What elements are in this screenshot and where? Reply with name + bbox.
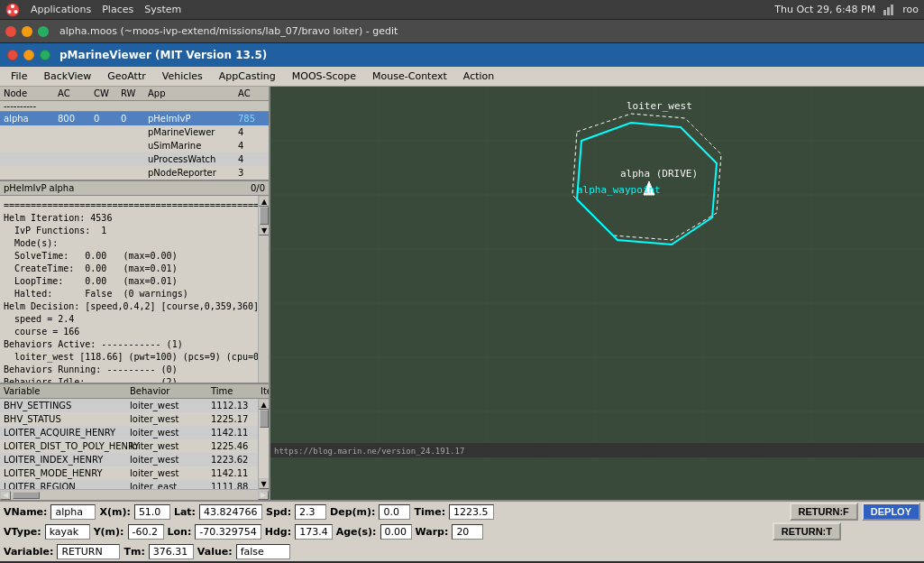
app-title-text: pMarineViewer (MIT Version 13.5) [59, 49, 267, 61]
return-f-button[interactable]: RETURN:F [790, 503, 858, 521]
window-maximize-btn[interactable] [38, 26, 49, 37]
window-minimize-btn[interactable] [22, 26, 32, 37]
app-title-bar: pMarineViewer (MIT Version 13.5) [0, 43, 924, 67]
vname-value: alpha [50, 504, 96, 520]
var-row-loiter-mode[interactable]: LOITER_MODE_HENRY loiter_west 1142.11 42… [0, 466, 258, 480]
node-name: alpha [2, 113, 56, 125]
var-scroll-up[interactable]: ▲ [259, 399, 270, 410]
var-row-bhv-status[interactable]: BHV_STATUS loiter_west 1225.17 4514 no [0, 412, 258, 426]
age-label: Age(s): [336, 526, 377, 538]
app-close-btn[interactable] [7, 50, 18, 60]
app-list-table: Node AC CW RW App AC CW RW ---------- [0, 87, 269, 181]
info-scroll-thumb[interactable] [260, 207, 269, 225]
warp-label: Warp: [416, 526, 449, 538]
app-pmarineviewer: pMarineViewer [146, 126, 236, 138]
var-col-iter: Iter [259, 385, 269, 397]
var-row-loiter-acquire[interactable]: LOITER_ACQUIRE_HENRY loiter_west 1142.11… [0, 426, 258, 439]
svg-rect-5 [887, 7, 890, 15]
h-scroll-thumb[interactable] [13, 492, 40, 499]
menu-geoattr[interactable]: GeoAttr [100, 69, 153, 84]
time-value: 1223.5 [449, 504, 494, 520]
menu-backview[interactable]: BackView [36, 69, 98, 84]
window-close-btn[interactable] [5, 26, 16, 37]
info-line-13: Behaviors Running: --------- (0) [4, 364, 254, 376]
menu-vehicles[interactable]: Vehicles [155, 69, 210, 84]
h-scroll-left[interactable]: ◀ [0, 491, 11, 500]
status-row-3: Variable: RETURN Tm: 376.31 Value: false [0, 541, 924, 561]
vname-label: VName: [4, 506, 47, 518]
app-window: pMarineViewer (MIT Version 13.5) File Ba… [0, 43, 924, 561]
lat-label: Lat: [174, 506, 196, 518]
info-scroll-track[interactable] [259, 207, 269, 225]
info-line-10: course = 166 [4, 326, 254, 338]
var-table-header: Variable Behavior Time Iter Va [0, 384, 269, 399]
applications-menu[interactable]: Applications [31, 4, 91, 15]
info-line-3: Mode(s): [4, 237, 254, 250]
var-row-loiter-dist[interactable]: LOITER_DIST_TO_POLY_HENRY loiter_west 12… [0, 439, 258, 453]
svg-rect-4 [883, 10, 886, 15]
network-icon [883, 4, 895, 16]
var-scroll-track[interactable] [259, 410, 269, 478]
col-app: App [146, 88, 236, 99]
node-ac: 800 [56, 113, 92, 125]
app-row-pnodereporter[interactable]: pNodeReporter 3 0 0 [0, 166, 269, 180]
app-row-usimmarine[interactable]: uSimMarine 4 0 0 [0, 139, 269, 152]
var-scroll-down[interactable]: ▼ [259, 478, 270, 489]
scroll-down-arrow[interactable]: ▼ [259, 225, 269, 235]
horizontal-scrollbar[interactable]: ◀ ▶ [0, 489, 269, 500]
app-row-uprocesswatch[interactable]: uProcessWatch 4 0 0 [0, 152, 269, 166]
info-line-11: Behaviors Active: ----------- (1) [4, 338, 254, 351]
tm-value: 376.31 [149, 544, 194, 559]
y-value: -60.2 [128, 524, 164, 540]
status-row-2: VType: kayak Y(m): -60.2 Lon: -70.329754… [0, 521, 924, 541]
value-value: false [236, 544, 290, 559]
dep-value: 0.0 [379, 504, 410, 520]
var-scrollbar[interactable]: ▲ ▼ [258, 399, 269, 489]
info-header-right: 0/0 [251, 183, 265, 193]
svg-point-2 [8, 10, 12, 14]
info-text-area: ========================================… [0, 196, 258, 383]
places-menu[interactable]: Places [102, 4, 133, 15]
svg-rect-6 [891, 5, 893, 15]
x-value: 51.0 [134, 504, 170, 520]
app-row-pmarineviewer[interactable]: pMarineViewer 4 0 0 [0, 125, 269, 139]
node-row-alpha[interactable]: alpha 800 0 0 pHelmIvP 785 0 0 [0, 112, 269, 125]
app-maximize-btn[interactable] [40, 50, 50, 60]
deploy-button[interactable]: DEPLOY [862, 503, 920, 521]
info-line-5: CreateTime: 0.00 (max=0.01) [4, 263, 254, 275]
return-t-button[interactable]: RETURN:T [773, 522, 841, 540]
system-menu[interactable]: System [144, 4, 181, 15]
map-canvas: loiter_west alpha (DRIVE) alpha_waypoint… [270, 87, 924, 500]
window-title: alpha.moos (~moos-ivp-extend/missions/la… [59, 25, 398, 37]
left-panel: Node AC CW RW App AC CW RW ---------- [0, 87, 270, 500]
info-scrollbar[interactable]: ▲ ▼ [258, 196, 269, 383]
menu-moos-scope[interactable]: MOOS-Scope [285, 69, 363, 84]
app-name-phelmivp: pHelmIvP [146, 113, 236, 125]
menu-mouse-context[interactable]: Mouse-Context [365, 69, 454, 84]
menu-action[interactable]: Action [456, 69, 501, 84]
var-row-loiter-index[interactable]: LOITER_INDEX_HENRY loiter_west 1223.62 4… [0, 453, 258, 466]
value-label: Value: [197, 546, 233, 558]
info-line-8: Helm Decision: [speed,0.4,2] [course,0,3… [4, 300, 254, 313]
info-line-2: IvP Functions: 1 [4, 225, 254, 237]
h-scroll-right[interactable]: ▶ [258, 491, 269, 500]
info-line-14: Behaviors Idle: ------------ (2) [4, 376, 254, 383]
var-scroll-thumb[interactable] [260, 410, 269, 428]
app-minimize-btn[interactable] [23, 50, 34, 60]
info-line-4: SolveTime: 0.00 (max=0.00) [4, 250, 254, 263]
app-ac-phelmivp: 785 [236, 113, 272, 125]
vtype-value: kayak [45, 524, 90, 540]
warp-value: 20 [452, 524, 483, 540]
var-row-bhv-settings[interactable]: BHV_SETTINGS loiter_west 1112.13 4096 s [0, 399, 258, 412]
var-row-loiter-region[interactable]: LOITER_REGION loiter_east 1111.88 4095 v… [0, 480, 258, 489]
loiter-west-label: loiter_west [627, 100, 692, 112]
menu-appcasting[interactable]: AppCasting [212, 69, 283, 84]
user-label: roo [902, 4, 919, 15]
svg-rect-7 [270, 87, 924, 500]
scroll-up-arrow[interactable]: ▲ [259, 196, 269, 207]
status-bar: VName: alpha X(m): 51.0 Lat: 43.824766 S… [0, 500, 924, 561]
col-ac2: AC [236, 88, 272, 99]
app-uprocesswatch: uProcessWatch [146, 153, 236, 165]
time-label: Time: [414, 506, 445, 518]
menu-file[interactable]: File [4, 69, 34, 84]
